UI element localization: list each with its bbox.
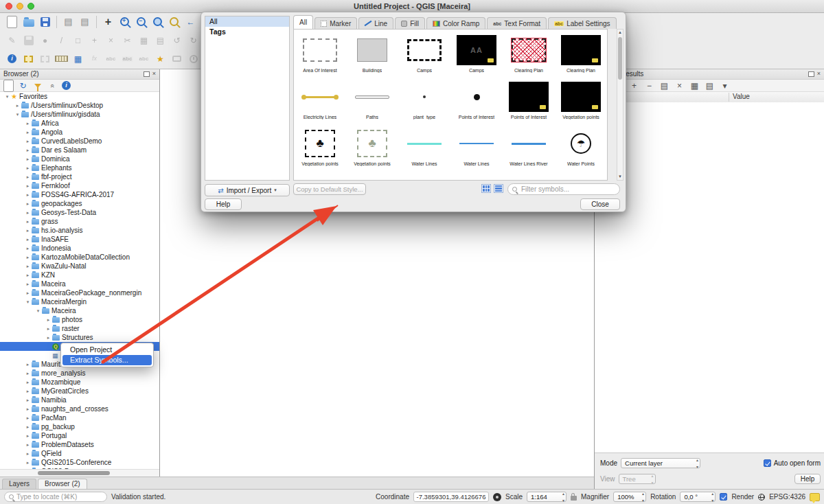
tree-expander-icon[interactable]: ▸	[24, 192, 32, 198]
symbol-item[interactable]: Water Lines	[398, 128, 450, 166]
tree-item[interactable]: ▸Dar es Salaam	[0, 146, 159, 154]
tree-expander-icon[interactable]: ▸	[45, 335, 52, 341]
tree-expander-icon[interactable]: ▸	[24, 380, 32, 385]
scroll-up-icon[interactable]: ▲	[617, 30, 623, 36]
mode-combo[interactable]: Current layer	[621, 458, 700, 468]
bottom-tab-browser-2-[interactable]: Browser (2)	[38, 479, 87, 489]
tree-expander-icon[interactable]: ▸	[24, 183, 32, 189]
tree-expander-icon[interactable]: ▸	[24, 371, 32, 376]
scrollbar-thumb[interactable]	[38, 471, 110, 475]
tab-all[interactable]: All	[293, 15, 313, 29]
bottom-tab-layers[interactable]: Layers	[2, 479, 36, 489]
locator-input[interactable]: Type to locate (⌘K)	[4, 492, 107, 502]
tree-expander-icon[interactable]: ▸	[24, 130, 32, 135]
symbol-item[interactable]: Paths	[346, 82, 398, 119]
symbol-item[interactable]: Water Lines River	[503, 128, 555, 166]
close-panel-icon[interactable]: ×	[152, 71, 156, 77]
tree-expander-icon[interactable]: ▸	[45, 326, 52, 332]
tree-expander-icon[interactable]: ▸	[24, 255, 32, 260]
list-view-button[interactable]	[494, 184, 503, 193]
tree-item[interactable]: ▸Africa	[0, 119, 159, 128]
dialog-close-button[interactable]: Close	[580, 198, 620, 210]
zoom-to-selection-icon[interactable]	[166, 14, 182, 30]
layout-manager-icon[interactable]: ▤	[77, 14, 93, 30]
refresh-browser-icon[interactable]: ↻	[18, 80, 28, 91]
tree-expander-icon[interactable]: ▾	[14, 112, 21, 117]
tree-item[interactable]: ▸KartozaMobileDataCollection	[0, 253, 159, 262]
tree-expander-icon[interactable]: ▸	[24, 264, 32, 269]
auto-open-form-checkbox[interactable]	[764, 459, 771, 467]
tree-item[interactable]: ▸Portugal	[0, 431, 159, 440]
icon-view-button[interactable]	[481, 184, 491, 193]
tree-expander-icon[interactable]: ▸	[24, 237, 32, 242]
open-project-icon[interactable]	[21, 14, 36, 30]
tree-expander-icon[interactable]: ▸	[24, 442, 32, 448]
tree-expander-icon[interactable]: ▸	[24, 290, 32, 296]
symbol-item[interactable]: ♣Vegetation points	[294, 128, 346, 166]
collapse-all-icon[interactable]: «	[47, 80, 57, 91]
tree-expander-icon[interactable]: ▸	[24, 165, 32, 171]
tab-fill[interactable]: Fill	[395, 17, 425, 29]
tree-expander-icon[interactable]: ▸	[24, 451, 32, 457]
symbol-item[interactable]: AACamps	[450, 35, 503, 73]
crs-label[interactable]: EPSG:4326	[769, 493, 805, 501]
scale-combo[interactable]: 1:164	[527, 492, 566, 502]
tree-expander-icon[interactable]: ▸	[24, 210, 32, 216]
tree-item[interactable]: ▾/Users/timlinux/gisdata	[0, 110, 159, 119]
tree-item[interactable]: ▸InaSAFE	[0, 235, 159, 244]
identify-settings-icon[interactable]: ▾	[720, 80, 730, 91]
coordinate-input[interactable]: -7.3859301,39.4126676	[413, 492, 489, 502]
tree-item[interactable]: ▸Namibia	[0, 396, 159, 404]
symbol-scrollbar[interactable]: ▲ ▼	[617, 29, 623, 181]
select-features-icon[interactable]	[21, 51, 36, 67]
tree-item[interactable]: ▸KwaZulu-Natal	[0, 262, 159, 271]
new-print-layout-icon[interactable]: ▤	[60, 14, 76, 30]
sidebar-item[interactable]: All	[205, 16, 289, 27]
symbol-item[interactable]: Electricity Lines	[294, 82, 346, 119]
expand-tree-icon[interactable]: +	[629, 80, 639, 91]
filter-symbols-input[interactable]	[520, 185, 605, 194]
tree-item[interactable]: ▸MaceiraGeoPackage_nonmergin	[0, 288, 159, 297]
collapse-tree-icon[interactable]: −	[644, 80, 654, 91]
clear-results-icon[interactable]: ×	[674, 80, 685, 91]
extent-tracker-icon[interactable]	[493, 493, 501, 501]
zoom-in-icon[interactable]	[117, 14, 133, 30]
symbol-item[interactable]: plant_type	[398, 82, 450, 119]
zoom-out-icon[interactable]	[133, 14, 149, 30]
tree-expander-icon[interactable]: ▸	[24, 121, 32, 126]
tree-expander-icon[interactable]: ▸	[24, 424, 32, 430]
tree-expander-icon[interactable]: ▸	[14, 103, 21, 108]
open-attribute-table-icon[interactable]: ▦	[70, 51, 86, 67]
symbol-item[interactable]: Clearing Plan	[503, 35, 555, 73]
tree-expander-icon[interactable]: ▸	[24, 219, 32, 225]
tree-expander-icon[interactable]: ▸	[24, 148, 32, 153]
copy-feature-icon[interactable]: ▦	[689, 80, 700, 91]
tab-color-ramp[interactable]: Color Ramp	[426, 17, 485, 29]
tree-item[interactable]: ▸KZN	[0, 271, 159, 279]
symbol-item[interactable]: Clearing Plan	[555, 35, 607, 73]
symbol-item[interactable]: Vegetation points	[555, 82, 607, 119]
open-form-icon[interactable]: ▤	[659, 80, 670, 91]
sidebar-item[interactable]: Tags	[205, 27, 289, 37]
tree-expander-icon[interactable]: ▸	[24, 398, 32, 403]
float-panel-icon[interactable]	[808, 71, 814, 77]
context-menu-item[interactable]: Extract Symbols...	[62, 355, 152, 365]
tree-item[interactable]: ▸Maceira	[0, 279, 159, 288]
tree-expander-icon[interactable]: ▸	[24, 282, 32, 287]
results-help-button[interactable]: Help	[794, 474, 821, 484]
tree-expander-icon[interactable]: ▸	[24, 389, 32, 394]
show-bookmarks-icon[interactable]: ★	[152, 51, 168, 67]
context-menu-item[interactable]: Open Project	[62, 345, 152, 355]
tree-item[interactable]: ▸geopackages	[0, 199, 159, 208]
tree-item[interactable]: ▸Angola	[0, 128, 159, 137]
tree-expander-icon[interactable]: ▸	[24, 139, 32, 144]
tree-expander-icon[interactable]: ▸	[24, 228, 32, 233]
symbol-item[interactable]: Camps	[398, 35, 450, 73]
symbol-item[interactable]: Points of Interest	[450, 82, 503, 119]
tab-text-format[interactable]: Text Format	[487, 17, 547, 29]
import-export-button[interactable]: ⇄ Import / Export ▾	[205, 184, 290, 196]
close-panel-icon[interactable]: ×	[817, 71, 821, 77]
tree-item[interactable]: ▸QField	[0, 449, 159, 458]
tree-item[interactable]: ▸grass	[0, 217, 159, 226]
lock-scale-icon[interactable]	[571, 496, 577, 501]
